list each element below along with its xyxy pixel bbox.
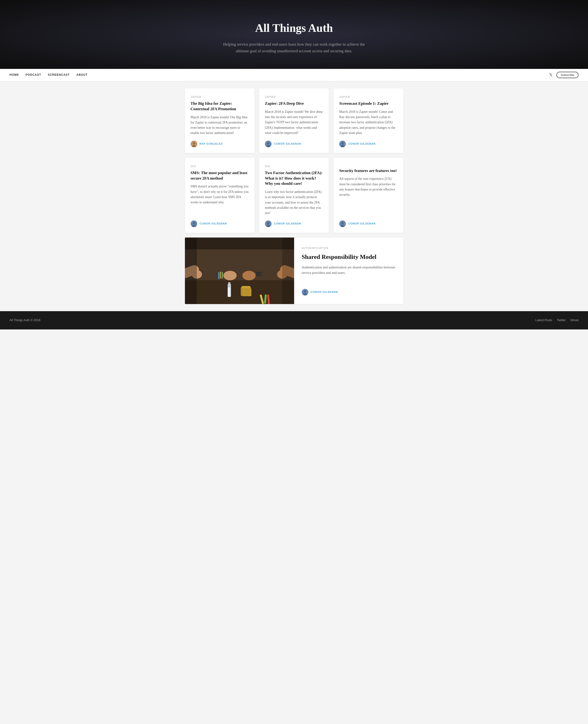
card-2-avatar [265, 141, 272, 147]
card-1-avatar [191, 141, 197, 147]
hero-section: All Things Auth Helping service provider… [0, 0, 588, 69]
card-3-category: ZAPIER [339, 95, 397, 99]
svg-rect-30 [222, 272, 223, 279]
card-6-avatar [339, 220, 346, 227]
card-1-excerpt: March 2018 is Zapier month! Our Big Idea… [191, 115, 249, 136]
svg-point-1 [193, 142, 195, 144]
card-5-author: CONOR GILSENAN [265, 220, 323, 227]
featured-image-bg [185, 238, 294, 304]
svg-rect-32 [256, 273, 262, 275]
card-6-title: Security features are features too! [339, 168, 397, 174]
card-6-author-name: CONOR GILSENAN [348, 222, 376, 226]
card-3-title: Screencast Episode 1: Zapier [339, 101, 397, 106]
nav-about[interactable]: ABOUT [77, 73, 88, 77]
nav-home[interactable]: HOME [9, 73, 19, 77]
card-1-author: RAY GONZALES [191, 141, 249, 147]
featured-article[interactable]: AUTHENTICATION Shared Responsibility Mod… [185, 238, 403, 304]
subscribe-button[interactable]: Subscribe [556, 72, 579, 78]
footer-link-ghost[interactable]: Ghost [570, 318, 579, 323]
featured-avatar [302, 289, 308, 296]
row2-cards: 2FA SMS: The most popular and least secu… [185, 158, 403, 233]
nav-actions: 𝕏 Subscribe [549, 72, 579, 78]
nav-screencast[interactable]: SCREENCAST [48, 73, 69, 77]
card-2-author: CONOR GILSENAN [265, 141, 323, 147]
card-6-author: CONOR GILSENAN [339, 220, 397, 227]
card-3-author: CONOR GILSENAN [339, 141, 397, 147]
svg-point-44 [304, 290, 306, 293]
card-zapier-2[interactable]: ZAPIER Zapier: 2FA Deep Dive March 2018 … [259, 88, 329, 153]
footer-link-latest[interactable]: Latest Posts [536, 318, 552, 323]
hero-subtitle: Helping service providers and end-users … [223, 41, 365, 55]
featured-category: AUTHENTICATION [302, 246, 396, 250]
svg-rect-36 [241, 286, 250, 288]
nav-podcast[interactable]: PODCAST [26, 73, 41, 77]
featured-excerpt: Authentication and authorization are sha… [302, 265, 396, 276]
footer-dot-1: · [554, 318, 555, 323]
main-content: ZAPIER The Big Idea for Zapier: Contextu… [180, 81, 408, 304]
footer-dot-2: · [568, 318, 569, 323]
card-2fa-1[interactable]: 2FA SMS: The most popular and least secu… [185, 158, 254, 233]
site-title: All Things Auth [9, 19, 579, 37]
nav-links: HOME PODCAST SCREENCAST ABOUT [9, 73, 88, 77]
card-5-title: Two Factor Authentication (2FA): What is… [265, 170, 323, 186]
site-footer: All Things Auth © 2018 Latest Posts · Tw… [0, 311, 588, 329]
svg-rect-41 [185, 238, 197, 304]
featured-image [185, 238, 294, 304]
card-security-features[interactable]: Security features are features too! All … [334, 158, 403, 233]
card-4-category: 2FA [191, 164, 249, 168]
featured-content: AUTHENTICATION Shared Responsibility Mod… [294, 238, 403, 304]
svg-rect-33 [228, 284, 231, 297]
card-4-excerpt: SMS doesn't actually prove "something yo… [191, 184, 249, 216]
footer-link-twitter[interactable]: Twitter [557, 318, 566, 323]
card-5-category: 2FA [265, 164, 323, 168]
featured-author-name: CONOR GILSENAN [311, 290, 338, 294]
card-5-excerpt: Learn why two factor authentication (2FA… [265, 189, 323, 216]
featured-title: Shared Responsibility Model [302, 253, 396, 261]
card-1-category: ZAPIER [191, 95, 249, 99]
card-2fa-2[interactable]: 2FA Two Factor Authentication (2FA): Wha… [259, 158, 329, 233]
card-2-title: Zapier: 2FA Deep Dive [265, 101, 323, 106]
footer-links: Latest Posts · Twitter · Ghost [536, 318, 579, 323]
card-2-category: ZAPIER [265, 95, 323, 99]
card-4-author: CONOR GILSENAN [191, 220, 249, 227]
card-3-author-name: CONOR GILSENAN [348, 142, 376, 146]
card-5-avatar [265, 220, 272, 227]
svg-point-16 [341, 222, 344, 224]
row1-cards: ZAPIER The Big Idea for Zapier: Contextu… [185, 88, 403, 153]
card-5-author-name: CONOR GILSENAN [274, 222, 301, 226]
svg-point-27 [243, 271, 256, 280]
svg-point-26 [223, 271, 237, 280]
card-4-avatar [191, 220, 197, 227]
featured-author: CONOR GILSENAN [302, 289, 396, 296]
svg-rect-40 [185, 238, 294, 249]
card-1-title: The Big Idea for Zapier: Contextual 2FA … [191, 101, 249, 112]
card-4-author-name: CONOR GILSENAN [200, 222, 227, 226]
svg-rect-28 [218, 272, 219, 279]
card-4-title: SMS: The most popular and least secure 2… [191, 170, 249, 181]
footer-copyright: All Things Auth © 2018 [9, 318, 40, 323]
main-nav: HOME PODCAST SCREENCAST ABOUT 𝕏 Subscrib… [0, 69, 588, 81]
svg-rect-19 [185, 280, 294, 304]
card-2-excerpt: March 2018 is Zapier month! We dive deep… [265, 109, 323, 136]
svg-rect-34 [228, 282, 231, 285]
card-1-author-name: RAY GONZALES [200, 142, 223, 146]
svg-rect-29 [220, 272, 221, 279]
card-zapier-3[interactable]: ZAPIER Screencast Episode 1: Zapier Marc… [334, 88, 403, 153]
card-zapier-1[interactable]: ZAPIER The Big Idea for Zapier: Contextu… [185, 88, 254, 153]
twitter-icon[interactable]: 𝕏 [549, 72, 553, 78]
card-2-author-name: CONOR GILSENAN [274, 142, 301, 146]
card-6-excerpt: All aspects of the user experience (UX) … [339, 176, 397, 216]
svg-point-7 [341, 142, 344, 144]
svg-rect-42 [282, 238, 294, 304]
card-3-excerpt: March 2018 is Zapier month! Conor and Ra… [339, 109, 397, 136]
svg-point-4 [267, 142, 269, 144]
svg-point-10 [193, 222, 195, 224]
card-3-avatar [339, 141, 346, 147]
svg-point-13 [267, 222, 269, 224]
